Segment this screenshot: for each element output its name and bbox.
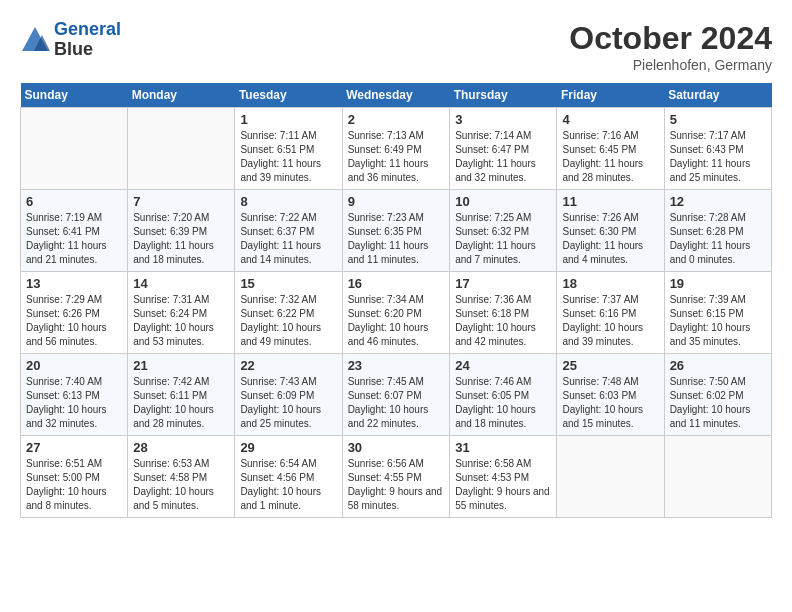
calendar-cell: 10Sunrise: 7:25 AM Sunset: 6:32 PM Dayli… xyxy=(450,190,557,272)
day-number: 26 xyxy=(670,358,766,373)
title-block: October 2024 Pielenhofen, Germany xyxy=(569,20,772,73)
weekday-header-friday: Friday xyxy=(557,83,664,108)
day-info: Sunrise: 7:23 AM Sunset: 6:35 PM Dayligh… xyxy=(348,211,445,267)
calendar-cell: 6Sunrise: 7:19 AM Sunset: 6:41 PM Daylig… xyxy=(21,190,128,272)
calendar-cell: 23Sunrise: 7:45 AM Sunset: 6:07 PM Dayli… xyxy=(342,354,450,436)
day-number: 3 xyxy=(455,112,551,127)
calendar-cell: 30Sunrise: 6:56 AM Sunset: 4:55 PM Dayli… xyxy=(342,436,450,518)
day-info: Sunrise: 7:43 AM Sunset: 6:09 PM Dayligh… xyxy=(240,375,336,431)
calendar-cell: 3Sunrise: 7:14 AM Sunset: 6:47 PM Daylig… xyxy=(450,108,557,190)
day-number: 10 xyxy=(455,194,551,209)
calendar-cell: 29Sunrise: 6:54 AM Sunset: 4:56 PM Dayli… xyxy=(235,436,342,518)
day-info: Sunrise: 7:34 AM Sunset: 6:20 PM Dayligh… xyxy=(348,293,445,349)
day-number: 2 xyxy=(348,112,445,127)
day-number: 25 xyxy=(562,358,658,373)
calendar-cell: 25Sunrise: 7:48 AM Sunset: 6:03 PM Dayli… xyxy=(557,354,664,436)
calendar-cell: 11Sunrise: 7:26 AM Sunset: 6:30 PM Dayli… xyxy=(557,190,664,272)
day-number: 20 xyxy=(26,358,122,373)
day-number: 18 xyxy=(562,276,658,291)
day-number: 1 xyxy=(240,112,336,127)
day-number: 23 xyxy=(348,358,445,373)
day-info: Sunrise: 6:53 AM Sunset: 4:58 PM Dayligh… xyxy=(133,457,229,513)
day-number: 4 xyxy=(562,112,658,127)
day-number: 24 xyxy=(455,358,551,373)
day-number: 12 xyxy=(670,194,766,209)
day-info: Sunrise: 7:17 AM Sunset: 6:43 PM Dayligh… xyxy=(670,129,766,185)
logo-icon xyxy=(20,25,50,55)
calendar-cell: 20Sunrise: 7:40 AM Sunset: 6:13 PM Dayli… xyxy=(21,354,128,436)
day-number: 11 xyxy=(562,194,658,209)
day-info: Sunrise: 7:39 AM Sunset: 6:15 PM Dayligh… xyxy=(670,293,766,349)
calendar-week-2: 6Sunrise: 7:19 AM Sunset: 6:41 PM Daylig… xyxy=(21,190,772,272)
weekday-header-thursday: Thursday xyxy=(450,83,557,108)
day-number: 7 xyxy=(133,194,229,209)
day-number: 6 xyxy=(26,194,122,209)
day-number: 9 xyxy=(348,194,445,209)
calendar-cell: 16Sunrise: 7:34 AM Sunset: 6:20 PM Dayli… xyxy=(342,272,450,354)
calendar-cell: 28Sunrise: 6:53 AM Sunset: 4:58 PM Dayli… xyxy=(128,436,235,518)
day-number: 17 xyxy=(455,276,551,291)
day-info: Sunrise: 7:45 AM Sunset: 6:07 PM Dayligh… xyxy=(348,375,445,431)
location: Pielenhofen, Germany xyxy=(569,57,772,73)
day-info: Sunrise: 7:37 AM Sunset: 6:16 PM Dayligh… xyxy=(562,293,658,349)
weekday-header-saturday: Saturday xyxy=(664,83,771,108)
day-info: Sunrise: 7:40 AM Sunset: 6:13 PM Dayligh… xyxy=(26,375,122,431)
day-number: 31 xyxy=(455,440,551,455)
calendar-cell: 19Sunrise: 7:39 AM Sunset: 6:15 PM Dayli… xyxy=(664,272,771,354)
day-number: 13 xyxy=(26,276,122,291)
calendar-cell xyxy=(557,436,664,518)
weekday-header-sunday: Sunday xyxy=(21,83,128,108)
calendar-cell: 7Sunrise: 7:20 AM Sunset: 6:39 PM Daylig… xyxy=(128,190,235,272)
day-number: 8 xyxy=(240,194,336,209)
calendar-table: SundayMondayTuesdayWednesdayThursdayFrid… xyxy=(20,83,772,518)
day-number: 14 xyxy=(133,276,229,291)
calendar-cell: 31Sunrise: 6:58 AM Sunset: 4:53 PM Dayli… xyxy=(450,436,557,518)
day-number: 27 xyxy=(26,440,122,455)
page-header: GeneralBlue October 2024 Pielenhofen, Ge… xyxy=(20,20,772,73)
day-number: 16 xyxy=(348,276,445,291)
weekday-header-monday: Monday xyxy=(128,83,235,108)
calendar-cell: 21Sunrise: 7:42 AM Sunset: 6:11 PM Dayli… xyxy=(128,354,235,436)
day-info: Sunrise: 7:19 AM Sunset: 6:41 PM Dayligh… xyxy=(26,211,122,267)
calendar-cell: 27Sunrise: 6:51 AM Sunset: 5:00 PM Dayli… xyxy=(21,436,128,518)
weekday-header-wednesday: Wednesday xyxy=(342,83,450,108)
day-info: Sunrise: 7:20 AM Sunset: 6:39 PM Dayligh… xyxy=(133,211,229,267)
day-info: Sunrise: 7:42 AM Sunset: 6:11 PM Dayligh… xyxy=(133,375,229,431)
day-info: Sunrise: 7:25 AM Sunset: 6:32 PM Dayligh… xyxy=(455,211,551,267)
day-info: Sunrise: 6:51 AM Sunset: 5:00 PM Dayligh… xyxy=(26,457,122,513)
calendar-cell xyxy=(128,108,235,190)
calendar-week-3: 13Sunrise: 7:29 AM Sunset: 6:26 PM Dayli… xyxy=(21,272,772,354)
day-info: Sunrise: 7:29 AM Sunset: 6:26 PM Dayligh… xyxy=(26,293,122,349)
day-number: 19 xyxy=(670,276,766,291)
day-number: 15 xyxy=(240,276,336,291)
calendar-cell: 1Sunrise: 7:11 AM Sunset: 6:51 PM Daylig… xyxy=(235,108,342,190)
day-info: Sunrise: 7:13 AM Sunset: 6:49 PM Dayligh… xyxy=(348,129,445,185)
month-title: October 2024 xyxy=(569,20,772,57)
calendar-cell: 18Sunrise: 7:37 AM Sunset: 6:16 PM Dayli… xyxy=(557,272,664,354)
calendar-cell: 17Sunrise: 7:36 AM Sunset: 6:18 PM Dayli… xyxy=(450,272,557,354)
day-info: Sunrise: 7:32 AM Sunset: 6:22 PM Dayligh… xyxy=(240,293,336,349)
day-info: Sunrise: 7:46 AM Sunset: 6:05 PM Dayligh… xyxy=(455,375,551,431)
calendar-cell: 5Sunrise: 7:17 AM Sunset: 6:43 PM Daylig… xyxy=(664,108,771,190)
calendar-week-5: 27Sunrise: 6:51 AM Sunset: 5:00 PM Dayli… xyxy=(21,436,772,518)
calendar-cell: 26Sunrise: 7:50 AM Sunset: 6:02 PM Dayli… xyxy=(664,354,771,436)
calendar-cell: 8Sunrise: 7:22 AM Sunset: 6:37 PM Daylig… xyxy=(235,190,342,272)
day-number: 29 xyxy=(240,440,336,455)
day-number: 5 xyxy=(670,112,766,127)
day-info: Sunrise: 7:50 AM Sunset: 6:02 PM Dayligh… xyxy=(670,375,766,431)
day-info: Sunrise: 7:48 AM Sunset: 6:03 PM Dayligh… xyxy=(562,375,658,431)
day-info: Sunrise: 7:28 AM Sunset: 6:28 PM Dayligh… xyxy=(670,211,766,267)
day-number: 28 xyxy=(133,440,229,455)
calendar-week-1: 1Sunrise: 7:11 AM Sunset: 6:51 PM Daylig… xyxy=(21,108,772,190)
calendar-cell: 13Sunrise: 7:29 AM Sunset: 6:26 PM Dayli… xyxy=(21,272,128,354)
calendar-week-4: 20Sunrise: 7:40 AM Sunset: 6:13 PM Dayli… xyxy=(21,354,772,436)
calendar-cell: 24Sunrise: 7:46 AM Sunset: 6:05 PM Dayli… xyxy=(450,354,557,436)
day-info: Sunrise: 7:26 AM Sunset: 6:30 PM Dayligh… xyxy=(562,211,658,267)
day-info: Sunrise: 6:54 AM Sunset: 4:56 PM Dayligh… xyxy=(240,457,336,513)
calendar-cell: 2Sunrise: 7:13 AM Sunset: 6:49 PM Daylig… xyxy=(342,108,450,190)
calendar-cell xyxy=(21,108,128,190)
calendar-cell: 22Sunrise: 7:43 AM Sunset: 6:09 PM Dayli… xyxy=(235,354,342,436)
logo: GeneralBlue xyxy=(20,20,121,60)
weekday-header-tuesday: Tuesday xyxy=(235,83,342,108)
day-info: Sunrise: 7:36 AM Sunset: 6:18 PM Dayligh… xyxy=(455,293,551,349)
